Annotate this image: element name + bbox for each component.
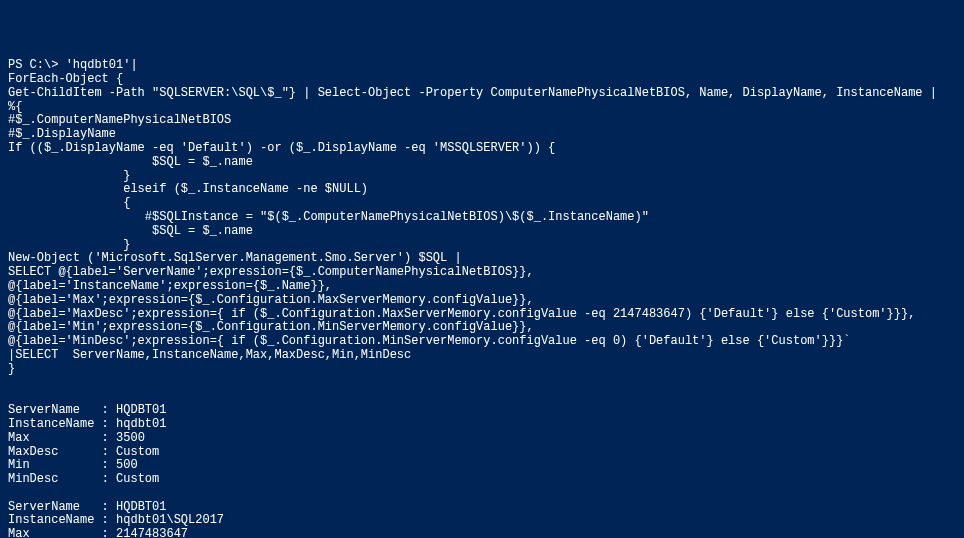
output-label: InstanceName xyxy=(8,513,94,527)
script-line: |SELECT ServerName,InstanceName,Max,MaxD… xyxy=(8,348,411,362)
output-value: Custom xyxy=(116,472,159,486)
script-line: @{label='MaxDesc';expression={ if ($_.Co… xyxy=(8,307,915,321)
script-line: { xyxy=(8,196,130,210)
output-label: Max xyxy=(8,431,30,445)
script-line: } xyxy=(8,238,130,252)
script-line: New-Object ('Microsoft.SqlServer.Managem… xyxy=(8,251,462,265)
output-value: HQDBT01 xyxy=(116,500,166,514)
terminal-output: PS C:\> 'hqdbt01'| ForEach-Object { Get-… xyxy=(8,59,956,538)
output-value: HQDBT01 xyxy=(116,403,166,417)
script-line: } xyxy=(8,169,130,183)
output-label: ServerName xyxy=(8,403,80,417)
output-value: 3500 xyxy=(116,431,145,445)
script-line: @{label='Max';expression={$_.Configurati… xyxy=(8,293,534,307)
output-value: 2147483647 xyxy=(116,527,188,538)
output-value: hqdbt01\SQL2017 xyxy=(116,513,224,527)
output-label: ServerName xyxy=(8,500,80,514)
output-value: hqdbt01 xyxy=(116,417,166,431)
output-label: MinDesc xyxy=(8,472,58,486)
script-line: #$_.DisplayName xyxy=(8,127,116,141)
output-label: InstanceName xyxy=(8,417,94,431)
script-line: Get-ChildItem -Path "SQLSERVER:\SQL\$_"}… xyxy=(8,86,937,100)
output-label: Max xyxy=(8,527,30,538)
script-line: $SQL = $_.name xyxy=(8,155,253,169)
script-line: SELECT @{label='ServerName';expression={… xyxy=(8,265,534,279)
script-line: $SQL = $_.name xyxy=(8,224,253,238)
script-line: @{label='MinDesc';expression={ if ($_.Co… xyxy=(8,334,851,348)
script-line: #$_.ComputerNamePhysicalNetBIOS xyxy=(8,113,231,127)
output-label: Min xyxy=(8,458,30,472)
output-value: 500 xyxy=(116,458,138,472)
script-line: } xyxy=(8,362,15,376)
command-input[interactable]: 'hqdbt01'| xyxy=(66,58,138,72)
script-line: ForEach-Object { xyxy=(8,72,123,86)
output-value: Custom xyxy=(116,445,159,459)
script-line: @{label='InstanceName';expression={$_.Na… xyxy=(8,279,332,293)
script-line: elseif ($_.InstanceName -ne $NULL) xyxy=(8,182,368,196)
script-line: %{ xyxy=(8,100,22,114)
script-line: @{label='Min';expression={$_.Configurati… xyxy=(8,320,534,334)
script-line: If (($_.DisplayName -eq 'Default') -or (… xyxy=(8,141,555,155)
script-line: #$SQLInstance = "$($_.ComputerNamePhysic… xyxy=(8,210,649,224)
output-label: MaxDesc xyxy=(8,445,58,459)
prompt: PS C:\> xyxy=(8,58,58,72)
